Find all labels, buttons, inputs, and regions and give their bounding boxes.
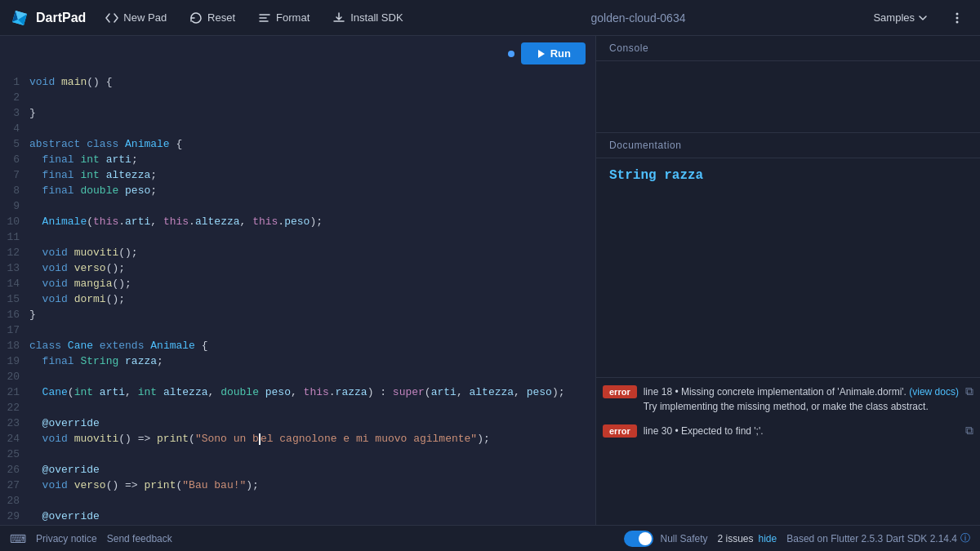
code-line-26: 26 @override [0, 462, 595, 478]
error-badge-2: error [603, 424, 637, 438]
code-line-10: 10 Animale(this.arti, this.altezza, this… [0, 214, 595, 229]
privacy-notice-link[interactable]: Privacy notice [36, 533, 97, 544]
code-line-14: 14 void mangia(); [0, 276, 595, 291]
code-line-19: 19 final String razza; [0, 353, 595, 369]
keyboard-icon: ⌨ [10, 532, 26, 545]
copy-button-1[interactable]: ⧉ [965, 384, 973, 398]
svg-marker-3 [538, 50, 545, 58]
code-line-6: 6 final int arti; [0, 152, 595, 167]
code-line-23: 23 @override [0, 415, 595, 431]
code-line-17: 17 [0, 322, 595, 338]
code-line-22: 22 [0, 400, 595, 415]
format-icon [258, 11, 271, 24]
docs-header: Documentation [596, 133, 980, 158]
null-safety-toggle[interactable] [624, 531, 653, 547]
code-line-2: 2 [0, 90, 595, 105]
logo: DartPad [10, 8, 86, 28]
samples-button[interactable]: Samples [863, 7, 938, 29]
pad-name: golden-cloud-0634 [416, 11, 861, 24]
code-line-28: 28 [0, 493, 595, 509]
code-line-11: 11 [0, 229, 595, 245]
code-line-7: 7 final int altezza; [0, 167, 595, 183]
editor-toolbar: Run [0, 36, 595, 71]
code-line-18: 18 class Cane extends Animale { [0, 338, 595, 353]
console-content [596, 61, 980, 132]
statusbar: ⌨ Privacy notice Send feedback Null Safe… [0, 525, 980, 551]
svg-point-0 [956, 12, 959, 15]
code-line-1: 1 void main() { [0, 74, 595, 90]
code-line-25: 25 [0, 447, 595, 462]
code-line-3: 3 } [0, 105, 595, 121]
logo-text: DartPad [36, 11, 86, 25]
more-options-button[interactable] [944, 5, 970, 31]
error-text-2: line 30 • Expected to find ';'. [644, 424, 959, 438]
reset-button[interactable]: Reset [180, 7, 245, 29]
code-line-12: 12 void muoviti(); [0, 245, 595, 260]
errors-section: error line 18 • Missing concrete impleme… [596, 378, 980, 525]
error-badge-1: error [603, 385, 637, 398]
code-line-16: 16 } [0, 307, 595, 322]
code-icon [105, 11, 118, 24]
navbar-right: Samples [863, 5, 970, 31]
hide-issues-button[interactable]: hide [759, 533, 777, 544]
svg-point-1 [956, 16, 959, 19]
code-line-9: 9 [0, 198, 595, 214]
console-header: Console [596, 36, 980, 61]
download-icon [332, 11, 345, 24]
info-icon[interactable]: ⓘ [960, 531, 970, 545]
error-item-1: error line 18 • Missing concrete impleme… [603, 384, 973, 414]
install-sdk-button[interactable]: Install SDK [323, 7, 412, 29]
error-text-1: line 18 • Missing concrete implementatio… [644, 384, 959, 414]
code-editor[interactable]: 1 void main() { 2 3 } 4 5 abstract class… [0, 71, 595, 525]
code-line-24: 24 void muoviti() => print("Sono un bel … [0, 431, 595, 447]
code-line-20: 20 [0, 369, 595, 384]
null-safety-toggle-container: Null Safety [624, 531, 707, 547]
docs-section: Documentation String razza [596, 133, 980, 378]
error-item-2: error line 30 • Expected to find ';'. ⧉ [603, 424, 973, 438]
code-line-15: 15 void dormi(); [0, 291, 595, 307]
svg-point-2 [956, 20, 959, 23]
view-docs-link-1[interactable]: (view docs) [909, 386, 959, 398]
console-section: Console [596, 36, 980, 133]
vertical-dots-icon [950, 11, 964, 25]
code-line-29: 29 @override [0, 509, 595, 524]
send-feedback-link[interactable]: Send feedback [107, 533, 172, 544]
chevron-down-icon [918, 13, 928, 23]
issues-count: 2 issues hide [718, 533, 777, 544]
code-line-4: 4 [0, 121, 595, 136]
docs-content: String razza [596, 158, 980, 193]
new-pad-button[interactable]: New Pad [96, 7, 176, 29]
code-line-13: 13 void verso(); [0, 260, 595, 276]
main-content: Run 1 void main() { 2 3 } 4 5 abstra [0, 36, 980, 525]
code-line-21: 21 Cane(int arti, int altezza, double pe… [0, 384, 595, 400]
format-button[interactable]: Format [248, 7, 319, 29]
code-line-30: 30 void mangia() => print("Questo bel ca… [0, 524, 595, 525]
status-right: Null Safety 2 issues hide Based on Flutt… [624, 531, 970, 547]
reset-icon [189, 11, 203, 24]
sdk-info: Based on Flutter 2.5.3 Dart SDK 2.14.4 ⓘ [786, 531, 970, 545]
right-panel: Console Documentation String razza error… [596, 36, 980, 525]
dartpad-logo-icon [10, 8, 29, 28]
play-icon [536, 49, 546, 59]
null-safety-label: Null Safety [660, 533, 707, 544]
run-indicator-dot [508, 51, 514, 57]
navbar: DartPad New Pad Reset Format Install SDK… [0, 0, 980, 36]
run-button[interactable]: Run [521, 42, 586, 64]
copy-button-2[interactable]: ⧉ [965, 424, 973, 438]
status-left: ⌨ Privacy notice Send feedback [10, 532, 172, 545]
code-line-5: 5 abstract class Animale { [0, 136, 595, 152]
code-line-27: 27 void verso() => print("Bau bau!"); [0, 478, 595, 493]
editor-panel: Run 1 void main() { 2 3 } 4 5 abstra [0, 36, 596, 525]
code-line-8: 8 final double peso; [0, 183, 595, 198]
